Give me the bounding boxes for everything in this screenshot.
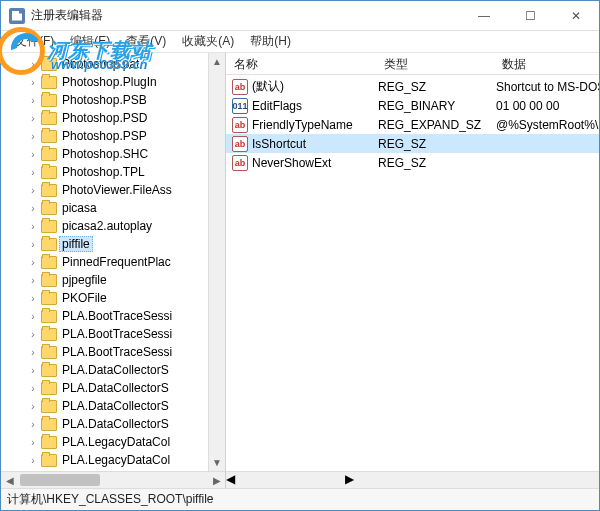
- tree-item[interactable]: ›PLA.DataCollectorS: [5, 397, 208, 415]
- scroll-thumb-h[interactable]: [20, 474, 100, 486]
- expander-icon[interactable]: ›: [27, 382, 39, 394]
- scroll-left-icon[interactable]: ◀: [1, 472, 18, 488]
- list-header[interactable]: 名称 类型 数据: [226, 53, 599, 75]
- tree-item[interactable]: ›PLA.LegacyDataCol: [5, 451, 208, 469]
- tree-item-label: Photoshop.PSD: [61, 111, 148, 125]
- tree-item[interactable]: ›Photoshop.PlugIn: [5, 73, 208, 91]
- folder-icon: [41, 454, 57, 467]
- scroll-right-icon[interactable]: ▶: [208, 472, 225, 488]
- expander-icon[interactable]: ›: [27, 256, 39, 268]
- value-type: REG_EXPAND_SZ: [376, 118, 494, 132]
- tree-item[interactable]: ›PLA.DataCollectorS: [5, 379, 208, 397]
- menu-favorites[interactable]: 收藏夹(A): [174, 31, 242, 52]
- scroll-down-icon[interactable]: ▼: [209, 454, 225, 471]
- list-row[interactable]: abNeverShowExtREG_SZ: [226, 153, 599, 172]
- expander-icon[interactable]: ›: [27, 400, 39, 412]
- tree-item[interactable]: ›PLA.BootTraceSessi: [5, 307, 208, 325]
- menu-file[interactable]: 文件(F): [7, 31, 62, 52]
- maximize-button[interactable]: ☐: [507, 1, 553, 30]
- list-row[interactable]: ab(默认)REG_SZShortcut to MS-DOS P: [226, 77, 599, 96]
- binary-value-icon: 011: [232, 98, 248, 114]
- expander-icon[interactable]: ›: [27, 94, 39, 106]
- menubar: 文件(F) 编辑(E) 查看(V) 收藏夹(A) 帮助(H): [1, 31, 599, 53]
- column-data[interactable]: 数据: [494, 53, 599, 74]
- expander-icon[interactable]: ›: [27, 274, 39, 286]
- menu-help[interactable]: 帮助(H): [242, 31, 299, 52]
- tree-item[interactable]: ›PinnedFrequentPlac: [5, 253, 208, 271]
- expander-icon[interactable]: ›: [27, 454, 39, 466]
- expander-icon[interactable]: ›: [27, 166, 39, 178]
- folder-icon: [41, 148, 57, 161]
- tree-item[interactable]: ›pjpegfile: [5, 271, 208, 289]
- list-row[interactable]: abIsShortcutREG_SZ: [226, 134, 599, 153]
- expander-icon[interactable]: ›: [27, 130, 39, 142]
- expander-icon[interactable]: ›: [27, 202, 39, 214]
- expander-icon[interactable]: ›: [27, 292, 39, 304]
- column-type[interactable]: 类型: [376, 53, 494, 74]
- tree-item-label: PhotoViewer.FileAss: [61, 183, 173, 197]
- tree-vertical-scrollbar[interactable]: ▲ ▼: [208, 53, 225, 471]
- menu-view[interactable]: 查看(V): [118, 31, 174, 52]
- expander-icon[interactable]: ›: [27, 418, 39, 430]
- close-button[interactable]: ✕: [553, 1, 599, 30]
- tree-item-label: PLA.BootTraceSessi: [61, 345, 173, 359]
- folder-icon: [41, 364, 57, 377]
- tree-item[interactable]: ›picasa: [5, 199, 208, 217]
- folder-icon: [41, 94, 57, 107]
- tree-item[interactable]: ›Photoshop.pat: [5, 55, 208, 73]
- expander-icon[interactable]: ›: [27, 76, 39, 88]
- tree-item[interactable]: ›Photoshop.TPL: [5, 163, 208, 181]
- scroll-up-icon[interactable]: ▲: [209, 53, 225, 70]
- expander-icon[interactable]: ›: [27, 148, 39, 160]
- scroll-left-icon[interactable]: ◀: [226, 472, 235, 488]
- scroll-right-icon[interactable]: ▶: [345, 472, 354, 488]
- column-name[interactable]: 名称: [226, 53, 376, 74]
- folder-icon: [41, 202, 57, 215]
- tree-item[interactable]: ›PLA.BootTraceSessi: [5, 325, 208, 343]
- registry-tree[interactable]: ›Photoshop.pat›Photoshop.PlugIn›Photosho…: [1, 53, 208, 471]
- tree-item-label: piffile: [59, 236, 93, 252]
- tree-item[interactable]: ›Photoshop.PSD: [5, 109, 208, 127]
- expander-icon[interactable]: ›: [27, 364, 39, 376]
- list-row[interactable]: 011EditFlagsREG_BINARY01 00 00 00: [226, 96, 599, 115]
- value-list[interactable]: ab(默认)REG_SZShortcut to MS-DOS P011EditF…: [226, 75, 599, 471]
- tree-item[interactable]: ›PLA.LegacyDataCol: [5, 433, 208, 451]
- expander-icon[interactable]: ›: [27, 238, 39, 250]
- list-row[interactable]: abFriendlyTypeNameREG_EXPAND_SZ@%SystemR…: [226, 115, 599, 134]
- tree-item-label: PLA.LegacyDataCol: [61, 453, 171, 467]
- tree-item[interactable]: ›Photoshop.PSP: [5, 127, 208, 145]
- tree-item-label: Photoshop.TPL: [61, 165, 146, 179]
- expander-icon[interactable]: ›: [27, 346, 39, 358]
- tree-item[interactable]: ›PhotoViewer.FileAss: [5, 181, 208, 199]
- string-value-icon: ab: [232, 117, 248, 133]
- expander-icon[interactable]: ›: [27, 112, 39, 124]
- tree-item[interactable]: ›Photoshop.PSB: [5, 91, 208, 109]
- folder-icon: [41, 256, 57, 269]
- expander-icon[interactable]: ›: [27, 220, 39, 232]
- tree-item-label: Photoshop.SHC: [61, 147, 149, 161]
- tree-item[interactable]: ›piffile: [5, 235, 208, 253]
- tree-horizontal-scrollbar[interactable]: ◀ ▶: [1, 471, 225, 488]
- folder-icon: [41, 328, 57, 341]
- folder-icon: [41, 418, 57, 431]
- expander-icon[interactable]: ›: [27, 328, 39, 340]
- window-title: 注册表编辑器: [31, 7, 461, 24]
- expander-icon[interactable]: ›: [27, 310, 39, 322]
- minimize-button[interactable]: —: [461, 1, 507, 30]
- tree-item[interactable]: ›PKOFile: [5, 289, 208, 307]
- tree-item-label: picasa2.autoplay: [61, 219, 153, 233]
- expander-icon[interactable]: ›: [27, 58, 39, 70]
- value-name: NeverShowExt: [252, 156, 376, 170]
- tree-item-label: PKOFile: [61, 291, 108, 305]
- expander-icon[interactable]: ›: [27, 436, 39, 448]
- menu-edit[interactable]: 编辑(E): [62, 31, 118, 52]
- list-pane: 名称 类型 数据 ab(默认)REG_SZShortcut to MS-DOS …: [226, 53, 599, 488]
- list-horizontal-scrollbar[interactable]: ◀ ▶: [226, 471, 599, 488]
- expander-icon[interactable]: ›: [27, 184, 39, 196]
- tree-item[interactable]: ›PLA.BootTraceSessi: [5, 343, 208, 361]
- tree-item[interactable]: ›Photoshop.SHC: [5, 145, 208, 163]
- tree-item[interactable]: ›PLA.DataCollectorS: [5, 361, 208, 379]
- tree-item[interactable]: ›picasa2.autoplay: [5, 217, 208, 235]
- tree-item[interactable]: ›PLA.DataCollectorS: [5, 415, 208, 433]
- titlebar[interactable]: 注册表编辑器 — ☐ ✕: [1, 1, 599, 31]
